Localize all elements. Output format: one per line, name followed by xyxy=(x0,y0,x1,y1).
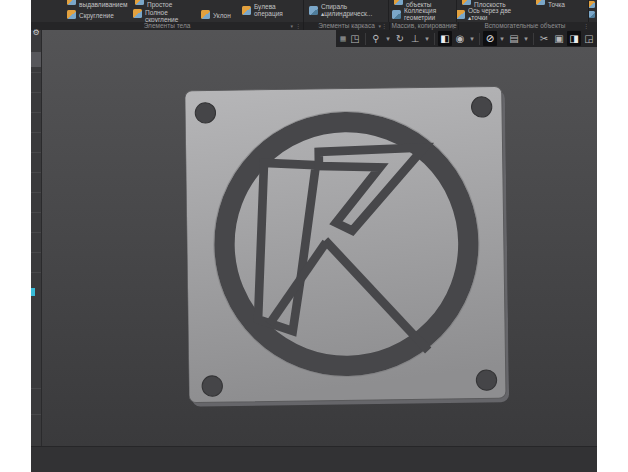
full-fillet-icon xyxy=(133,9,142,18)
status-bar xyxy=(31,446,597,472)
shaded-cube-icon[interactable]: ◧ xyxy=(438,31,452,46)
ribbon-item-point[interactable]: Точка xyxy=(536,0,565,8)
group-separator xyxy=(388,0,389,22)
fillet-icon xyxy=(67,10,76,19)
kebab-menu-icon[interactable]: ⋮ xyxy=(295,22,301,30)
display-mode-icon[interactable]: ◉ xyxy=(453,31,467,46)
group-label-frame-elements[interactable]: Элементы каркаса ▾ ⋮ xyxy=(304,22,390,30)
copy-view-icon[interactable]: ▣ xyxy=(552,31,566,46)
sidebar-divider xyxy=(31,252,41,253)
chevron-down-icon[interactable]: ▾ xyxy=(290,22,293,30)
toolbar-separator xyxy=(434,33,435,45)
chevron-down-icon[interactable]: ▾ xyxy=(522,31,530,46)
group-label-auxiliary-objects[interactable]: Вспомогательные объекты ⋮ xyxy=(459,22,591,30)
ribbon-item-boolean[interactable]: Булева операция xyxy=(242,3,283,18)
mounting-hole-bottom-right xyxy=(476,370,497,391)
chevron-down-icon[interactable]: ▾ xyxy=(423,31,431,46)
chevron-down-icon[interactable]: ▾ xyxy=(384,31,392,46)
background-image-icon[interactable]: ▤ xyxy=(507,31,521,46)
ribbon-item-axis-two-points[interactable]: Ось через две ▴точки xyxy=(456,7,511,22)
snap-grid-icon[interactable]: ▦ xyxy=(339,31,347,46)
collections-view-icon[interactable]: ◨ xyxy=(567,31,581,46)
gear-icon[interactable]: ⚙ xyxy=(31,28,41,37)
group-name: Элементы тела xyxy=(144,22,191,29)
normal-to-icon[interactable]: ⊥ xyxy=(408,31,422,46)
plate-logo-svg xyxy=(185,86,509,408)
simple-icon xyxy=(135,0,144,5)
sidebar-divider xyxy=(31,132,41,133)
group-separator xyxy=(303,0,304,22)
sidebar-active-segment[interactable] xyxy=(31,52,41,67)
sheet-view-icon[interactable]: ◲ xyxy=(582,31,596,46)
left-panel-strip[interactable]: ⚙ xyxy=(31,30,42,472)
group-label-body-elements[interactable]: Элементы тела ▾ ⋮ xyxy=(31,22,304,30)
sidebar-divider xyxy=(31,112,41,113)
draft-icon xyxy=(201,10,210,19)
ribbon-item-label: Простое xyxy=(147,1,172,8)
ribbon-item-extrude-cut[interactable]: выдавливанием xyxy=(67,0,128,8)
mounting-hole-top-left xyxy=(195,103,216,124)
sidebar-cyan-indicator[interactable] xyxy=(31,288,35,296)
toolbar-separator xyxy=(533,33,534,45)
ribbon-item-full-fillet[interactable]: Полное скругление xyxy=(133,9,178,22)
ribbon-group-strip: Элементы тела ▾ ⋮ Элементы каркаса ▾ ⋮ М… xyxy=(31,22,597,30)
hidden-lines-icon[interactable]: ⊘ xyxy=(483,31,497,46)
group-separator xyxy=(456,0,457,22)
extrude-cut-icon xyxy=(67,0,76,5)
ribbon-item-label: выдавливанием xyxy=(79,1,128,8)
kebab-menu-icon[interactable]: ⋮ xyxy=(583,22,589,30)
ribbon-item-draft[interactable]: Уклон xyxy=(201,10,231,19)
sidebar-divider xyxy=(31,414,41,415)
kebab-menu-icon[interactable]: ⋮ xyxy=(450,22,456,30)
overflow-icon-2 xyxy=(588,11,595,18)
toolbar-separator xyxy=(479,33,480,45)
sidebar-divider xyxy=(31,272,41,273)
axis-two-points-icon xyxy=(456,10,465,19)
group-name: Вспомогательные объекты xyxy=(484,22,565,29)
mounting-hole-top-right xyxy=(471,97,492,118)
boolean-icon xyxy=(242,6,251,15)
view-toolbar: ▦ ◳ ⚲ ▾ ↻ ⊥ ▾ ◧ ◉ ▾ ⊘ ▾ ▤ ▾ ✂ ▣ ◨ ◲ xyxy=(336,30,597,47)
ribbon-item-label: Спираль ▴цилиндрическ... xyxy=(321,3,372,18)
ribbon-item-label: Полное скругление xyxy=(145,9,178,22)
app-window: выдавливанием Простое Скругление Полное … xyxy=(31,0,597,472)
sidebar-divider xyxy=(31,212,41,213)
point-icon xyxy=(536,0,545,5)
ribbon-item-label: Скругление xyxy=(79,12,114,19)
chevron-down-icon[interactable]: ▾ xyxy=(468,31,476,46)
ribbon-toolbar: выдавливанием Простое Скругление Полное … xyxy=(31,0,597,22)
sidebar-divider xyxy=(31,72,41,73)
screenshot-canvas: выдавливанием Простое Скругление Полное … xyxy=(0,0,628,472)
coordinate-corner-icon[interactable]: ◳ xyxy=(348,31,362,46)
ribbon-item-label: Коллекция геометрии xyxy=(404,7,436,22)
3d-model-plate[interactable] xyxy=(185,86,509,412)
group-separator xyxy=(588,0,589,22)
kebab-menu-icon[interactable]: ⋮ xyxy=(381,22,387,30)
sidebar-divider xyxy=(31,192,41,193)
ribbon-item-label: Булева операция xyxy=(254,3,283,18)
orbit-icon[interactable]: ↻ xyxy=(393,31,407,46)
ribbon-overflow-column[interactable] xyxy=(588,1,595,18)
toolbar-separator xyxy=(365,33,366,45)
group-name: Элементы каркаса xyxy=(318,22,375,29)
3d-viewport[interactable] xyxy=(41,30,597,446)
spiral-icon xyxy=(309,6,318,15)
sidebar-divider xyxy=(31,152,41,153)
overflow-icon-1 xyxy=(588,1,595,8)
group-label-array-copy[interactable]: Массив, копирование ⋮ xyxy=(390,22,459,30)
sidebar-divider xyxy=(31,92,41,93)
plane-icon xyxy=(462,0,471,5)
mirror-objects-icon xyxy=(394,0,403,5)
ribbon-item-geometry-collection[interactable]: Коллекция геометрии xyxy=(392,7,436,22)
ribbon-item-label: Ось через две ▴точки xyxy=(468,7,511,22)
section-view-icon[interactable]: ✂ xyxy=(537,31,551,46)
zoom-icon[interactable]: ⚲ xyxy=(369,31,383,46)
ribbon-item-spiral[interactable]: Спираль ▴цилиндрическ... xyxy=(309,3,372,18)
sidebar-divider xyxy=(31,388,41,389)
group-name: Массив, копирование xyxy=(391,22,456,29)
geometry-collection-icon xyxy=(392,10,401,19)
ribbon-item-fillet[interactable]: Скругление xyxy=(67,10,114,19)
ribbon-item-simple[interactable]: Простое xyxy=(135,0,172,8)
sidebar-divider xyxy=(31,232,41,233)
chevron-down-icon[interactable]: ▾ xyxy=(498,31,506,46)
